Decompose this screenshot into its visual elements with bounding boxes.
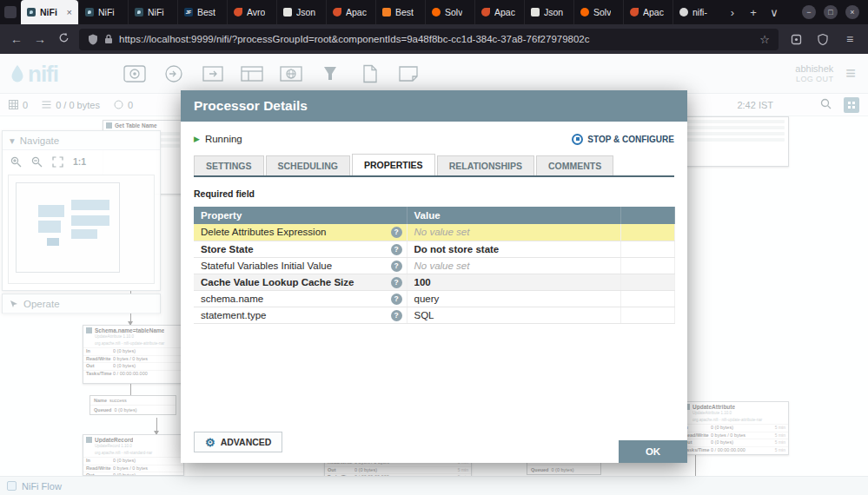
tab-relationships[interactable]: RELATIONSHIPS — [437, 155, 534, 175]
tracking-protection-shield-icon[interactable] — [88, 34, 98, 45]
empty-column-header — [620, 207, 674, 224]
property-name: Cache Value Lookup Cache Size — [201, 277, 354, 287]
browser-tab[interactable]: Json — [524, 0, 573, 24]
help-icon[interactable]: ? — [391, 261, 402, 272]
tab-label: Solv — [593, 7, 611, 17]
property-row[interactable]: Store State? Do not store state — [194, 241, 674, 257]
forward-button[interactable]: → — [32, 32, 48, 46]
generic-favicon-icon — [679, 8, 688, 16]
stop-configure-label: STOP & CONFIGURE — [587, 135, 674, 144]
browser-tab[interactable]: Solv — [573, 0, 623, 24]
property-value[interactable]: query — [414, 294, 440, 304]
processor-status: ▶ Running — [194, 134, 242, 144]
property-name: Delete Attributes Expression — [201, 227, 326, 237]
property-value[interactable]: No value set — [414, 261, 470, 271]
window-close-button[interactable]: × — [845, 5, 859, 19]
help-icon[interactable]: ? — [391, 227, 402, 238]
browser-tab[interactable]: Avro — [227, 0, 276, 24]
list-all-tabs-button[interactable]: ∨ — [764, 6, 785, 19]
apache-flame-favicon-icon — [630, 8, 639, 16]
tab-label: Solv — [445, 7, 462, 17]
help-icon[interactable]: ? — [391, 310, 402, 321]
browser-tab[interactable]: Json — [276, 0, 326, 24]
cloudera-favicon-icon — [580, 8, 589, 16]
window-maximize-button[interactable]: □ — [824, 5, 838, 19]
property-column-header: Property — [194, 207, 407, 224]
property-value[interactable]: SQL — [414, 310, 434, 320]
tab-comments[interactable]: COMMENTS — [536, 155, 613, 175]
stop-and-configure-button[interactable]: STOP & CONFIGURE — [572, 134, 674, 145]
property-row[interactable]: Stateful Variables Initial Value? No val… — [194, 257, 674, 274]
tab-label: Json — [544, 7, 563, 17]
browser-tab[interactable]: JFBest — [177, 0, 227, 24]
tab-properties[interactable]: PROPERTIES — [352, 154, 435, 175]
url-bar[interactable]: https://localhost:9999/nifi/?processGrou… — [79, 29, 779, 50]
required-field-label: Required field — [194, 188, 674, 199]
running-icon: ▶ — [194, 135, 200, 143]
help-icon[interactable]: ? — [391, 244, 402, 255]
tab-close-icon[interactable]: × — [67, 7, 72, 17]
tab-label: NiFi — [98, 7, 115, 17]
browser-toolbar: ← → https://localhost:9999/nifi/?process… — [0, 24, 868, 54]
json-favicon-icon — [531, 8, 540, 16]
menu-icon[interactable]: ≡ — [840, 32, 859, 46]
property-row[interactable]: Cache Value Lookup Cache Size? 100 — [194, 274, 674, 290]
property-row[interactable]: Delete Attributes Expression? No value s… — [194, 224, 674, 241]
browser-tab[interactable]: Apac — [623, 0, 673, 24]
processor-details-dialog: Processor Details ▶ Running STOP & CONFI… — [181, 90, 687, 463]
back-button[interactable]: ← — [9, 32, 24, 46]
property-value[interactable]: Do not store state — [414, 244, 500, 254]
property-value[interactable]: No value set — [414, 227, 470, 237]
help-icon[interactable]: ? — [391, 277, 402, 288]
window-minimize-button[interactable]: − — [802, 5, 816, 19]
advanced-button[interactable]: ⚙ ADVANCED — [194, 432, 282, 452]
browser-tab[interactable]: Solv — [425, 0, 474, 24]
advanced-label: ADVANCED — [221, 437, 272, 447]
tab-label: Best — [395, 7, 414, 17]
browser-tab[interactable]: Best — [375, 0, 425, 24]
tab-label: Apac — [346, 7, 367, 17]
tab-scheduling[interactable]: SCHEDULING — [266, 155, 350, 175]
reload-button[interactable] — [56, 32, 71, 46]
json-favicon-icon — [283, 8, 292, 16]
tab-label: NiFi — [40, 7, 57, 17]
cloudera-favicon-icon — [432, 8, 441, 16]
screen: NiFi × NiFi NiFi JFBest Avro Json Apac B… — [0, 0, 868, 495]
firefox-view-button[interactable] — [0, 0, 21, 24]
property-name: statement.type — [201, 310, 266, 320]
stackoverflow-favicon-icon — [382, 8, 391, 16]
status-text: Running — [205, 134, 242, 144]
stop-configure-icon — [572, 134, 583, 145]
dialog-tabs: SETTINGS SCHEDULING PROPERTIES RELATIONS… — [194, 156, 674, 177]
dialog-status-row: ▶ Running STOP & CONFIGURE — [181, 122, 687, 156]
apache-flame-favicon-icon — [481, 8, 490, 16]
new-tab-button[interactable]: + — [743, 6, 764, 19]
tab-label: NiFi — [148, 7, 164, 17]
tab-label: Avro — [247, 7, 265, 17]
apache-flame-favicon-icon — [333, 8, 341, 16]
browser-tab[interactable]: NiFi — [128, 0, 177, 24]
nifi-app: Get Table Name Schema.name=tableName Upd… — [0, 54, 868, 495]
help-icon[interactable]: ? — [391, 294, 402, 305]
browser-tab[interactable]: Apac — [474, 0, 524, 24]
https-lock-icon — [104, 34, 113, 44]
property-row[interactable]: schema.name? query — [194, 290, 674, 307]
tab-label: Apac — [494, 7, 515, 17]
browser-tab[interactable]: nifi- — [673, 0, 722, 24]
property-value[interactable]: 100 — [414, 277, 431, 287]
property-row[interactable]: statement.type? SQL — [194, 307, 674, 323]
browser-tab[interactable]: NiFi — [78, 0, 128, 24]
property-name: Stateful Variables Initial Value — [201, 261, 332, 271]
bookmark-star-icon[interactable]: ☆ — [759, 33, 770, 46]
jf-favicon-icon: JF — [184, 8, 193, 16]
window-controls: − □ × — [793, 5, 868, 19]
firefox-view-icon — [4, 6, 17, 18]
ok-button[interactable]: OK — [619, 440, 687, 463]
tab-label: Json — [296, 7, 315, 17]
browser-tab-active[interactable]: NiFi × — [21, 0, 78, 24]
toolbar-shield-icon[interactable] — [813, 34, 832, 45]
tab-scroll-right-button[interactable]: › — [722, 6, 743, 19]
tab-settings[interactable]: SETTINGS — [194, 155, 264, 175]
toolbar-extension-icon[interactable] — [786, 34, 805, 45]
browser-tab[interactable]: Apac — [326, 0, 375, 24]
